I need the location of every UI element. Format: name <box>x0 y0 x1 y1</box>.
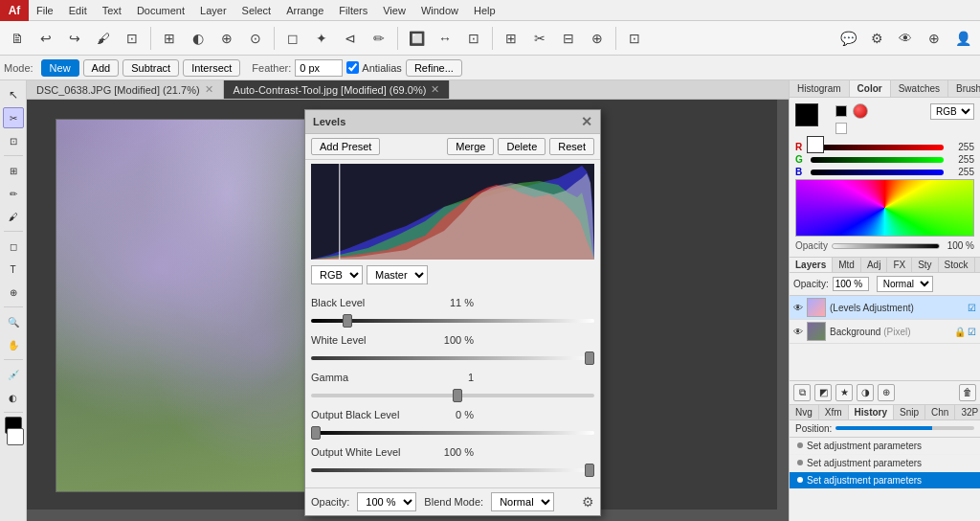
history-tab-history[interactable]: History <box>849 405 894 419</box>
foreground-swatch[interactable] <box>795 103 818 126</box>
toolbar-redo[interactable]: ↪ <box>61 25 88 52</box>
canvas-tab-1[interactable]: DSC_0638.JPG [Modified] (21.7%) ✕ <box>27 80 224 99</box>
toolbar-right4[interactable]: ⊕ <box>921 25 947 52</box>
toolbar-zoom2[interactable]: ↔ <box>432 25 458 52</box>
toolbar-new[interactable]: 🗎 <box>4 25 31 52</box>
tool-eyedrop[interactable]: 💉 <box>3 364 24 385</box>
color-gradient-picker[interactable] <box>795 179 974 237</box>
refine-button[interactable]: Refine... <box>406 59 462 77</box>
tool-select[interactable]: ✂ <box>3 107 24 128</box>
layers-tab-adj[interactable]: Adj <box>861 258 887 272</box>
tool-dodge[interactable]: ◐ <box>3 387 24 408</box>
toolbar-zoom1[interactable]: 🔲 <box>403 25 430 52</box>
histogram-tab[interactable]: Histogram <box>790 80 850 97</box>
history-tab-32p[interactable]: 32P <box>955 405 980 419</box>
layers-opacity-input[interactable] <box>833 277 869 291</box>
color-dot[interactable] <box>853 103 868 119</box>
black-level-slider[interactable] <box>311 313 594 328</box>
history-item-3[interactable]: Set adjustment parameters <box>790 472 980 489</box>
menu-arrange[interactable]: Arrange <box>278 0 331 21</box>
mode-intersect[interactable]: Intersect <box>183 59 240 77</box>
add-preset-button[interactable]: Add Preset <box>311 138 380 155</box>
toolbar-undo[interactable]: ↩ <box>33 25 59 52</box>
tool-shape[interactable]: ◻ <box>3 236 24 257</box>
menu-filters[interactable]: Filters <box>331 0 375 21</box>
black-level-thumb[interactable] <box>343 314 352 328</box>
toolbar-tool1[interactable]: ⊞ <box>156 25 183 52</box>
history-item-1[interactable]: Set adjustment parameters <box>790 438 980 455</box>
swatches-tab[interactable]: Swatches <box>891 80 948 97</box>
position-slider[interactable] <box>835 426 974 430</box>
menu-text[interactable]: Text <box>95 0 129 21</box>
layer-item-adjustment[interactable]: 👁 (Levels Adjustment) ☑ <box>790 296 980 320</box>
opacity-footer-select[interactable]: 100 % <box>357 492 416 511</box>
mode-subtract[interactable]: Subtract <box>122 59 179 77</box>
gamma-slider[interactable] <box>311 388 594 403</box>
layers-tab-mtd[interactable]: Mtd <box>833 258 861 272</box>
output-white-thumb[interactable] <box>585 464 594 477</box>
tool-pen[interactable]: ⊕ <box>3 282 24 303</box>
history-tab-snip[interactable]: Snip <box>894 405 925 419</box>
layer-item-background[interactable]: 👁 Background (Pixel) 🔒 ☑ <box>790 320 980 344</box>
layers-tab-sty[interactable]: Sty <box>912 258 938 272</box>
menu-document[interactable]: Document <box>129 0 192 21</box>
layers-tab-stock[interactable]: Stock <box>939 258 975 272</box>
layer-more[interactable]: ⊕ <box>878 384 895 401</box>
color-tab[interactable]: Color <box>850 80 891 97</box>
layer-adj-icon[interactable]: ◑ <box>857 384 874 401</box>
menu-select[interactable]: Select <box>234 0 279 21</box>
g-slider[interactable] <box>811 157 944 163</box>
toolbar-export1[interactable]: ⊞ <box>498 25 524 52</box>
toolbar-brush[interactable]: 🖌 <box>90 25 117 52</box>
tool-crop[interactable]: ⊞ <box>3 160 24 181</box>
dialog-close-button[interactable]: ✕ <box>581 114 592 129</box>
menu-edit[interactable]: Edit <box>61 0 95 21</box>
toolbar-select3[interactable]: ⊲ <box>337 25 364 52</box>
gamma-thumb[interactable] <box>453 389 462 402</box>
toolbar-tool3[interactable]: ⊕ <box>213 25 240 52</box>
white-level-thumb[interactable] <box>585 351 594 365</box>
tool-text[interactable]: T <box>3 259 24 280</box>
layer-fx-icon[interactable]: ★ <box>835 384 853 401</box>
history-tab-xfm[interactable]: Xfm <box>819 405 849 419</box>
menu-file[interactable]: File <box>29 0 61 21</box>
vertical-scrollbar[interactable] <box>777 100 789 510</box>
background-swatch[interactable] <box>807 136 824 153</box>
tab-1-close[interactable]: ✕ <box>205 83 213 96</box>
dialog-title-bar[interactable]: Levels ✕ <box>305 110 600 134</box>
tool-move[interactable]: ⊡ <box>3 130 24 151</box>
toolbar-export2[interactable]: ✂ <box>526 25 553 52</box>
history-tab-nvg[interactable]: Nvg <box>790 405 819 419</box>
menu-window[interactable]: Window <box>413 0 466 21</box>
layers-tab-layers[interactable]: Layers <box>790 258 833 272</box>
history-tab-chn[interactable]: Chn <box>925 405 955 419</box>
toolbar-right2[interactable]: ⚙ <box>863 25 890 52</box>
layer-visibility-icon-1[interactable]: 👁 <box>793 303 803 313</box>
white-level-slider[interactable] <box>311 351 594 366</box>
tool-paint[interactable]: ✏ <box>3 183 24 204</box>
layer-check-icon-2[interactable]: ☑ <box>968 327 976 337</box>
toolbar-tool4[interactable]: ⊙ <box>242 25 269 52</box>
toolbar-right3[interactable]: 👁 <box>892 25 919 52</box>
toolbar-select2[interactable]: ✦ <box>308 25 335 52</box>
tool-hand[interactable]: ✋ <box>3 334 24 355</box>
merge-button[interactable]: Merge <box>447 138 494 155</box>
tab-2-close[interactable]: ✕ <box>431 83 439 96</box>
feather-input[interactable] <box>295 59 343 77</box>
tool-fill[interactable]: 🖌 <box>3 206 24 227</box>
channel-select[interactable]: RGB <box>311 265 363 284</box>
toolbar-export3[interactable]: ⊟ <box>555 25 582 52</box>
master-select[interactable]: Master <box>367 265 428 284</box>
menu-view[interactable]: View <box>375 0 413 21</box>
tool-swatch-bg[interactable] <box>7 428 24 445</box>
toolbar-user[interactable]: 👤 <box>949 25 976 52</box>
toolbar-view1[interactable]: ✏ <box>366 25 392 52</box>
layers-blend-select[interactable]: Normal <box>877 276 933 292</box>
toolbar-tool2[interactable]: ◐ <box>185 25 212 52</box>
small-swatch-2[interactable] <box>835 123 847 134</box>
mode-add[interactable]: Add <box>83 59 120 77</box>
layer-delete[interactable]: 🗑 <box>959 384 976 401</box>
brushes-tab[interactable]: Brushes <box>948 80 980 97</box>
blend-mode-footer-select[interactable]: Normal <box>491 492 554 511</box>
layer-add-mask[interactable]: ◩ <box>814 384 832 401</box>
